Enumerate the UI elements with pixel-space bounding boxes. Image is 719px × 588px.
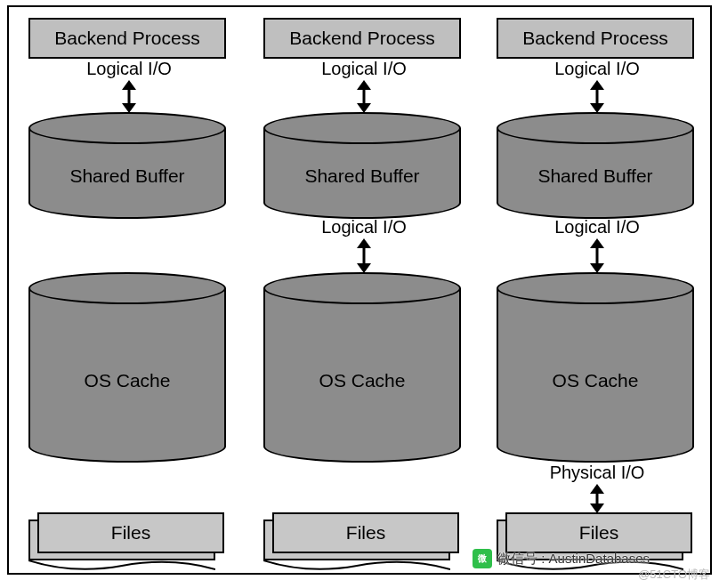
page-curl-icon [28, 560, 215, 575]
double-arrow-icon [358, 81, 370, 112]
os-cache-label: OS Cache [497, 370, 694, 391]
wechat-overlay: 微 微信号 : AustinDatabases [473, 549, 650, 568]
wechat-icon: 微 [473, 549, 492, 568]
double-arrow-icon [123, 81, 135, 112]
files-front-sheet: Files [272, 512, 459, 553]
shared-buffer-cylinder: Shared Buffer [28, 112, 226, 219]
double-arrow-icon [591, 485, 603, 512]
io-label: Logical I/O [554, 217, 640, 238]
arrow-logical-io-2: Logical I/O [484, 217, 710, 272]
diagram-frame: Backend Process Logical I/O Shared Buffe… [7, 5, 712, 575]
backend-process-box: Backend Process [28, 18, 226, 59]
shared-buffer-label: Shared Buffer [497, 165, 694, 187]
watermark-text: @51CTO博客 [638, 567, 710, 583]
double-arrow-icon [358, 239, 370, 272]
backend-process-label: Backend Process [54, 28, 199, 49]
backend-process-box: Backend Process [263, 18, 461, 59]
double-arrow-icon [591, 81, 603, 112]
io-label: Logical I/O [321, 217, 407, 238]
files-front-sheet: Files [505, 512, 692, 553]
backend-process-label: Backend Process [522, 28, 667, 49]
arrow-logical-io-1: Logical I/O [16, 59, 242, 112]
arrow-logical-io-1: Logical I/O [484, 59, 710, 112]
io-label: Logical I/O [554, 59, 640, 79]
os-cache-label: OS Cache [263, 370, 461, 391]
arrow-logical-io-1: Logical I/O [251, 59, 477, 112]
column-3: Backend Process Logical I/O Shared Buffe… [484, 7, 710, 573]
arrow-logical-io-2: Logical I/O [251, 217, 477, 272]
files-label: Files [346, 522, 385, 544]
os-cache-label: OS Cache [28, 370, 226, 391]
shared-buffer-label: Shared Buffer [28, 165, 226, 187]
backend-process-label: Backend Process [289, 28, 434, 49]
column-2: Backend Process Logical I/O Shared Buffe… [251, 7, 477, 573]
double-arrow-icon [591, 239, 603, 272]
wechat-label: 微信号 : AustinDatabases [497, 551, 650, 568]
shared-buffer-cylinder: Shared Buffer [497, 112, 694, 219]
io-label: Logical I/O [321, 59, 407, 79]
os-cache-cylinder: OS Cache [28, 272, 226, 463]
shared-buffer-label: Shared Buffer [263, 165, 461, 187]
io-label: Physical I/O [550, 463, 645, 483]
arrow-physical-io: Physical I/O [484, 463, 710, 512]
io-label: Logical I/O [86, 59, 172, 79]
files-front-sheet: Files [37, 512, 224, 553]
os-cache-cylinder: OS Cache [497, 272, 694, 463]
shared-buffer-cylinder: Shared Buffer [263, 112, 461, 219]
files-stack: Files [263, 512, 461, 568]
backend-process-box: Backend Process [497, 18, 694, 59]
os-cache-cylinder: OS Cache [263, 272, 461, 463]
column-1: Backend Process Logical I/O Shared Buffe… [16, 7, 242, 573]
files-label: Files [579, 522, 618, 544]
page-curl-icon [263, 560, 450, 575]
files-label: Files [111, 522, 150, 544]
files-stack: Files [28, 512, 226, 568]
